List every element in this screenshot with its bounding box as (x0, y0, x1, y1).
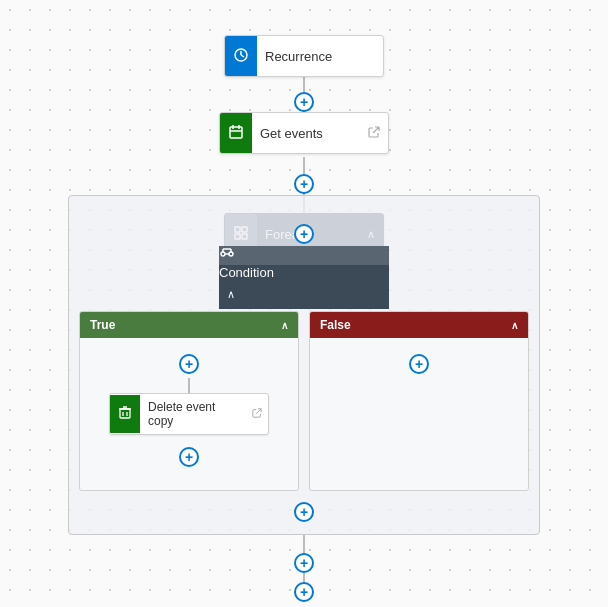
add-step-foreach-bottom-btn[interactable]: + (294, 502, 314, 522)
recurrence-label: Recurrence (257, 41, 383, 72)
recurrence-step[interactable]: Recurrence (224, 35, 384, 77)
add-step-btn-2[interactable]: + (294, 174, 314, 194)
add-step-true-bottom-btn[interactable]: + (179, 447, 199, 467)
foreach-container: + Condition ∧ (68, 195, 540, 535)
true-branch-connector (188, 378, 190, 393)
delete-event-copy-step[interactable]: Delete event copy (109, 393, 269, 435)
add-step-btn-4[interactable]: + (294, 553, 314, 573)
recurrence-icon-bar (225, 36, 257, 76)
condition-icon-bar (219, 246, 389, 265)
branches-container: True ∧ + (79, 311, 529, 491)
false-label: False (320, 318, 351, 332)
get-events-icon-bar (220, 113, 252, 153)
add-step-btn-1[interactable]: + (294, 92, 314, 112)
svg-point-24 (229, 252, 233, 256)
delete-event-label: Delete event copy (140, 394, 246, 434)
svg-rect-15 (230, 127, 242, 138)
workflow-canvas: Recurrence + Get events + (0, 0, 608, 607)
false-branch-header[interactable]: False ∧ (310, 312, 528, 338)
false-branch-content: + (310, 338, 528, 386)
add-step-true-btn[interactable]: + (179, 354, 199, 374)
false-branch-expand-icon: ∧ (511, 320, 518, 331)
get-events-link-icon (360, 118, 388, 149)
condition-expand-btn[interactable]: ∧ (219, 280, 389, 309)
condition-step[interactable]: Condition ∧ (219, 246, 389, 309)
true-branch-expand-icon: ∧ (281, 320, 288, 331)
add-step-btn-5[interactable]: + (294, 582, 314, 602)
svg-line-14 (241, 55, 244, 57)
delete-event-icon-bar (110, 395, 140, 433)
true-label: True (90, 318, 115, 332)
calendar-icon (228, 124, 244, 143)
get-events-step[interactable]: Get events (219, 112, 389, 154)
svg-point-23 (221, 252, 225, 256)
recurrence-icon (233, 47, 249, 66)
true-branch-header[interactable]: True ∧ (80, 312, 298, 338)
add-step-false-btn[interactable]: + (409, 354, 429, 374)
true-branch: True ∧ + (79, 311, 299, 491)
add-step-btn-3[interactable]: + (294, 224, 314, 244)
true-branch-content: + (80, 338, 298, 479)
delete-event-link-icon (246, 402, 268, 426)
get-events-label: Get events (252, 118, 360, 149)
condition-label: Condition (219, 265, 389, 280)
condition-icon (219, 250, 235, 265)
svg-rect-30 (120, 409, 130, 418)
delete-event-icon (118, 406, 132, 423)
false-branch: False ∧ + (309, 311, 529, 491)
